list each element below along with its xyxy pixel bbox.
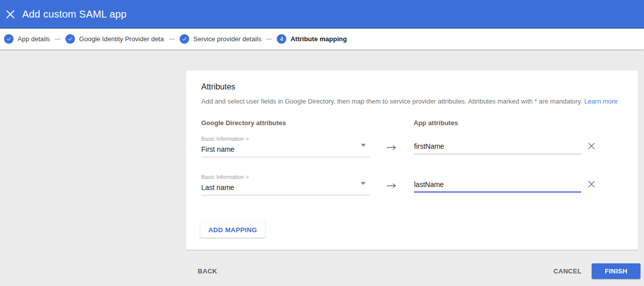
cancel-button[interactable]: CANCEL xyxy=(547,263,588,279)
stepper: App details Google Identity Provider det… xyxy=(0,29,644,49)
step-separator xyxy=(266,39,272,40)
step-label: App details xyxy=(18,35,50,43)
step-attribute-mapping[interactable]: 4 Attribute mapping xyxy=(277,34,347,44)
attribute-selected-value: First name xyxy=(201,145,234,153)
remove-mapping-icon[interactable] xyxy=(585,139,598,152)
card-title: Attributes xyxy=(201,82,235,91)
learn-more-link[interactable]: Learn more xyxy=(584,98,617,105)
step-complete-check-icon xyxy=(65,34,75,44)
app-attributes-column-header: App attributes xyxy=(414,119,458,127)
card-description: Add and select user fields in Google Dir… xyxy=(201,98,618,105)
attributes-card: Attributes Add and select user fields in… xyxy=(186,70,638,250)
attribute-category-label: Basic Information > xyxy=(201,136,249,142)
page-background: Attributes Add and select user fields in… xyxy=(0,49,644,286)
step-label: Service provider details xyxy=(193,35,261,43)
dialog-header: Add custom SAML app xyxy=(0,0,644,29)
step-label: Attribute mapping xyxy=(290,35,347,43)
mapping-row: Basic Information > Last name xyxy=(201,173,623,203)
app-attribute-input[interactable] xyxy=(414,177,581,193)
step-separator xyxy=(55,39,60,40)
step-number-badge: 4 xyxy=(277,34,286,44)
step-google-identity-provider-details[interactable]: Google Identity Provider details xyxy=(65,34,164,44)
dialog-title: Add custom SAML app xyxy=(22,9,127,20)
back-button[interactable]: BACK xyxy=(190,263,225,279)
step-app-details[interactable]: App details xyxy=(4,34,50,44)
add-custom-saml-app-dialog: Add custom SAML app App details Google I… xyxy=(0,0,644,286)
attribute-selected-value: Last name xyxy=(201,183,234,192)
dropdown-caret-icon xyxy=(361,182,366,185)
arrow-right-icon xyxy=(386,143,396,152)
remove-mapping-icon[interactable] xyxy=(585,177,598,190)
attribute-category-label: Basic Information > xyxy=(201,174,249,180)
google-directory-attribute-select[interactable]: Basic Information > First name xyxy=(201,135,370,157)
step-complete-check-icon xyxy=(180,34,189,44)
arrow-right-icon xyxy=(386,181,396,190)
step-separator xyxy=(169,39,175,40)
step-service-provider-details[interactable]: Service provider details xyxy=(180,34,261,44)
step-complete-check-icon xyxy=(4,34,14,44)
app-attribute-input[interactable] xyxy=(414,139,581,154)
mapping-row: Basic Information > First name xyxy=(201,135,623,165)
dropdown-caret-icon xyxy=(361,144,366,147)
description-text: Add and select user fields in Google Dir… xyxy=(201,98,583,105)
step-number: 4 xyxy=(280,36,284,42)
close-icon-glyph xyxy=(6,10,15,19)
finish-button[interactable]: FINISH xyxy=(592,263,640,279)
step-label: Google Identity Provider details xyxy=(79,35,164,43)
google-directory-attribute-select[interactable]: Basic Information > Last name xyxy=(201,173,370,196)
google-directory-attributes-column-header: Google Directory attributes xyxy=(201,119,286,127)
dialog-footer: BACK CANCEL FINISH xyxy=(0,256,644,286)
add-mapping-button[interactable]: ADD MAPPING xyxy=(200,222,265,238)
close-icon[interactable] xyxy=(3,8,17,22)
